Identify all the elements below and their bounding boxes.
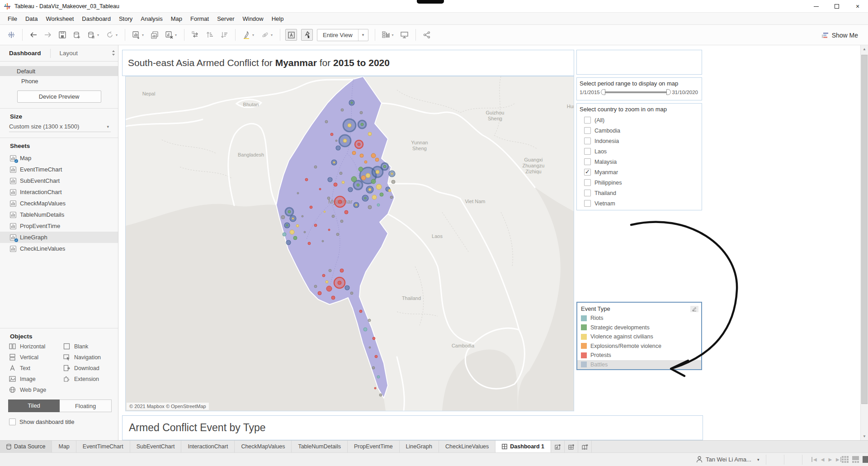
event-mark[interactable]	[286, 240, 291, 245]
tab-checkmapvalues[interactable]: CheckMapValues	[235, 441, 292, 452]
event-mark[interactable]	[375, 158, 379, 162]
event-mark[interactable]	[296, 224, 299, 227]
sort-descending-icon[interactable]	[218, 29, 230, 41]
tab-layout[interactable]: Layout	[51, 50, 87, 57]
legend-item-explosions-remote-violence[interactable]: Explosions/Remote violence	[577, 342, 701, 351]
country-checkbox[interactable]	[584, 169, 591, 176]
sheet-item-propeventtime[interactable]: PropEventTime	[0, 220, 118, 232]
country-checkbox[interactable]	[584, 179, 591, 186]
country-option-vietnam[interactable]: Vietnam	[580, 198, 698, 209]
sheet-item-linegraph[interactable]: ✓LineGraph	[0, 232, 118, 243]
tiled-button[interactable]: Tiled	[8, 399, 60, 412]
event-mark[interactable]	[344, 210, 348, 214]
legend-item-battles[interactable]: Battles	[577, 360, 701, 370]
new-worksheet-tab[interactable]	[551, 441, 565, 452]
sheet-item-eventtimechart[interactable]: EventTimeChart	[0, 164, 118, 175]
sheet-item-subeventchart[interactable]: SubEventChart	[0, 175, 118, 186]
event-mark[interactable]	[322, 240, 324, 242]
event-mark[interactable]	[364, 197, 366, 199]
scrollbar-thumb[interactable]	[861, 55, 868, 404]
country-option-philippines[interactable]: Philippines	[580, 177, 698, 188]
scroll-down-icon[interactable]: ▼	[861, 433, 868, 440]
event-mark[interactable]	[338, 281, 341, 285]
event-mark[interactable]	[338, 200, 342, 204]
event-mark[interactable]	[368, 205, 372, 209]
event-mark[interactable]	[359, 167, 363, 171]
event-mark[interactable]	[342, 181, 344, 184]
event-mark[interactable]	[328, 177, 332, 182]
event-mark[interactable]	[292, 218, 294, 219]
country-checkbox[interactable]	[584, 138, 591, 144]
event-mark[interactable]	[350, 292, 353, 295]
pause-updates-caret[interactable]: ▾	[97, 33, 102, 37]
event-mark[interactable]	[368, 319, 371, 322]
event-mark[interactable]	[361, 176, 366, 180]
country-checkbox[interactable]	[584, 158, 591, 165]
event-mark[interactable]	[326, 281, 328, 283]
event-mark[interactable]	[371, 153, 376, 158]
show-me-button[interactable]: Show Me	[821, 25, 858, 45]
object-download[interactable]: Download	[63, 365, 118, 371]
presentation-mode-icon[interactable]	[399, 29, 410, 41]
duplicate-icon[interactable]	[149, 29, 160, 41]
event-mark[interactable]	[340, 269, 344, 272]
new-worksheet-icon[interactable]	[130, 29, 142, 41]
object-image[interactable]: Image	[9, 376, 63, 382]
event-mark[interactable]	[340, 172, 342, 175]
slider-handle-right[interactable]	[666, 89, 671, 95]
object-extension[interactable]: Extension	[63, 376, 118, 382]
event-mark[interactable]	[391, 173, 393, 175]
object-blank[interactable]: Blank	[63, 343, 118, 350]
event-mark[interactable]	[308, 242, 311, 245]
event-mark[interactable]	[318, 291, 321, 295]
view-mode-caret[interactable]: ▾	[358, 29, 368, 41]
legend-item-violence-against-civilians[interactable]: Violence against civilians	[577, 332, 701, 342]
event-mark[interactable]	[374, 387, 376, 389]
first-sheet-icon[interactable]: ◀	[811, 457, 817, 462]
new-dashboard-tab[interactable]	[565, 441, 578, 452]
event-mark[interactable]	[357, 184, 359, 186]
event-mark[interactable]	[314, 224, 317, 227]
event-mark[interactable]	[366, 173, 370, 178]
object-navigation[interactable]: Navigation	[63, 354, 118, 361]
event-mark[interactable]	[283, 233, 286, 236]
event-mark[interactable]	[363, 328, 367, 331]
menu-item-map[interactable]: Map	[167, 13, 186, 24]
menu-item-window[interactable]: Window	[238, 13, 267, 24]
pane-collapse-icon[interactable]	[112, 50, 115, 57]
maximize-button[interactable]	[826, 0, 847, 13]
event-mark[interactable]	[336, 146, 340, 150]
event-mark[interactable]	[325, 120, 328, 123]
event-mark[interactable]	[329, 269, 331, 272]
show-hide-cards-caret[interactable]: ▾	[392, 33, 396, 37]
country-checkbox[interactable]	[584, 200, 591, 207]
event-mark[interactable]	[310, 206, 312, 209]
object-horizontal[interactable]: Horizontal	[9, 343, 63, 350]
menu-item-server[interactable]: Server	[213, 13, 238, 24]
sheet-item-checkmapvalues[interactable]: CheckMapValues	[0, 198, 118, 209]
event-mark[interactable]	[380, 193, 383, 196]
event-mark[interactable]	[297, 192, 299, 194]
event-mark[interactable]	[355, 204, 357, 206]
country-option-myanmar[interactable]: Myanmar	[580, 167, 698, 177]
slider-handle-left[interactable]	[601, 89, 605, 95]
event-mark[interactable]	[375, 355, 377, 358]
event-mark[interactable]	[388, 189, 391, 192]
event-mark[interactable]	[372, 195, 377, 200]
event-mark[interactable]	[332, 215, 335, 218]
event-mark[interactable]	[368, 188, 371, 191]
clear-sheet-icon[interactable]	[163, 29, 175, 41]
pause-updates-icon[interactable]	[85, 29, 97, 41]
sheet-item-tablenumdetails[interactable]: TableNumDetails	[0, 209, 118, 220]
event-mark[interactable]	[360, 154, 363, 157]
country-checkbox[interactable]	[584, 117, 591, 124]
event-mark[interactable]	[304, 231, 306, 233]
event-mark[interactable]	[348, 187, 353, 192]
event-mark[interactable]	[314, 166, 317, 168]
event-mark[interactable]	[335, 140, 337, 142]
period-slider[interactable]	[604, 91, 669, 93]
event-mark[interactable]	[368, 132, 372, 136]
event-mark[interactable]	[372, 366, 375, 369]
show-tabs-icon[interactable]	[863, 456, 868, 463]
object-web-page[interactable]: Web Page	[9, 386, 63, 393]
